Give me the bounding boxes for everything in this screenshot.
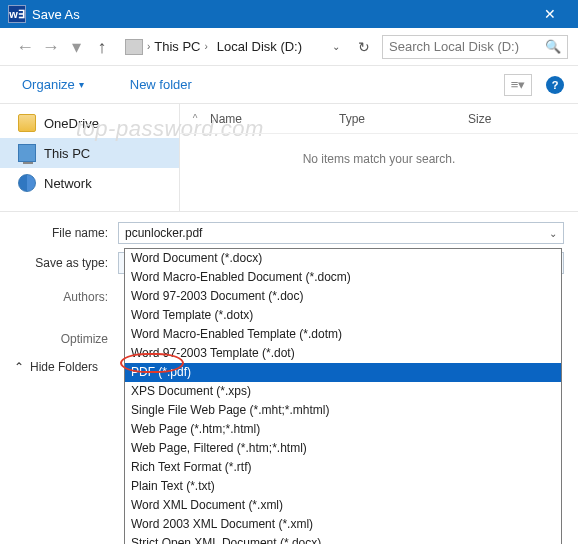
file-list: ^ Name Type Size No items match your sea… [180, 104, 578, 211]
help-button[interactable]: ? [546, 76, 564, 94]
file-type-option[interactable]: Plain Text (*.txt) [125, 477, 561, 496]
nav-arrows: ← → ▾ ↑ [14, 38, 113, 56]
file-type-option[interactable]: Word XML Document (*.xml) [125, 496, 561, 515]
breadcrumb-local-disk: Local Disk (D:) [217, 39, 302, 54]
word-app-icon: w∃ [8, 5, 26, 23]
filename-value: pcunlocker.pdf [125, 226, 202, 240]
sidebar-item-network[interactable]: Network [0, 168, 179, 198]
file-type-dropdown[interactable]: Word Document (*.docx)Word Macro-Enabled… [124, 248, 562, 544]
breadcrumb-sep-0: › [147, 41, 150, 52]
breadcrumb-current[interactable]: Local Disk (D:) ⌄ [212, 35, 345, 59]
address-bar: ← → ▾ ↑ › This PC › Local Disk (D:) ⌄ ↻ … [0, 28, 578, 66]
chevron-down-icon: ⌄ [549, 228, 557, 239]
forward-button[interactable]: → [40, 38, 62, 56]
refresh-button[interactable]: ↻ [358, 39, 370, 55]
new-folder-button[interactable]: New folder [122, 73, 200, 96]
search-input[interactable]: Search Local Disk (D:) 🔍 [382, 35, 568, 59]
filename-input[interactable]: pcunlocker.pdf ⌄ [118, 222, 564, 244]
column-name[interactable]: Name [210, 112, 339, 126]
file-type-option[interactable]: XPS Document (*.xps) [125, 382, 561, 401]
view-icon: ≡▾ [511, 77, 526, 92]
optimize-label: Optimize [14, 324, 118, 346]
breadcrumb-this-pc[interactable]: This PC [154, 39, 200, 54]
file-type-option[interactable]: PDF (*.pdf) [125, 363, 561, 382]
file-type-option[interactable]: Word 2003 XML Document (*.xml) [125, 515, 561, 534]
navigation-pane: OneDrive This PC Network [0, 104, 180, 211]
content-area: OneDrive This PC Network ^ Name Type Siz… [0, 104, 578, 212]
chevron-down-icon: ▾ [79, 79, 84, 90]
file-type-option[interactable]: Word 97-2003 Document (*.doc) [125, 287, 561, 306]
new-folder-label: New folder [130, 77, 192, 92]
title-bar: w∃ Save As ✕ [0, 0, 578, 28]
empty-message: No items match your search. [180, 134, 578, 166]
file-type-option[interactable]: Web Page (*.htm;*.html) [125, 420, 561, 439]
hide-folders-label: Hide Folders [30, 360, 98, 374]
organize-button[interactable]: Organize ▾ [14, 73, 92, 96]
sidebar-item-label: Network [44, 176, 92, 191]
network-icon [18, 174, 36, 192]
onedrive-icon [18, 114, 36, 132]
file-type-option[interactable]: Word Document (*.docx) [125, 249, 561, 268]
sidebar-item-label: This PC [44, 146, 90, 161]
file-type-option[interactable]: Strict Open XML Document (*.docx) [125, 534, 561, 544]
file-type-option[interactable]: Rich Text Format (*.rtf) [125, 458, 561, 477]
file-type-option[interactable]: Single File Web Page (*.mht;*.mhtml) [125, 401, 561, 420]
search-icon: 🔍 [545, 39, 561, 54]
sidebar-item-label: OneDrive [44, 116, 99, 131]
sidebar-item-this-pc[interactable]: This PC [0, 138, 179, 168]
view-options-button[interactable]: ≡▾ [504, 74, 532, 96]
save-as-type-label: Save as type: [14, 256, 118, 270]
back-button[interactable]: ← [14, 38, 36, 56]
sidebar-item-onedrive[interactable]: OneDrive [0, 108, 179, 138]
pc-icon [125, 39, 143, 55]
up-button[interactable]: ↑ [91, 38, 113, 56]
toolbar: Organize ▾ New folder ≡▾ ? [0, 66, 578, 104]
window-title: Save As [32, 7, 530, 22]
filename-label: File name: [14, 226, 118, 240]
breadcrumb-sep-1: › [204, 41, 207, 52]
chevron-down-icon: ⌄ [332, 41, 340, 52]
sort-chevron-icon[interactable]: ^ [180, 113, 210, 124]
recent-locations-button[interactable]: ▾ [65, 38, 87, 56]
authors-label: Authors: [14, 282, 118, 304]
chevron-up-icon: ⌃ [14, 360, 24, 374]
file-type-option[interactable]: Word Template (*.dotx) [125, 306, 561, 325]
file-list-header: ^ Name Type Size [180, 104, 578, 134]
file-type-option[interactable]: Web Page, Filtered (*.htm;*.html) [125, 439, 561, 458]
organize-label: Organize [22, 77, 75, 92]
column-type[interactable]: Type [339, 112, 468, 126]
search-placeholder: Search Local Disk (D:) [389, 39, 519, 54]
file-type-option[interactable]: Word Macro-Enabled Document (*.docm) [125, 268, 561, 287]
this-pc-icon [18, 144, 36, 162]
close-button[interactable]: ✕ [530, 6, 570, 22]
breadcrumb[interactable]: › This PC › Local Disk (D:) ⌄ [125, 35, 346, 59]
file-type-option[interactable]: Word Macro-Enabled Template (*.dotm) [125, 325, 561, 344]
file-type-option[interactable]: Word 97-2003 Template (*.dot) [125, 344, 561, 363]
column-size[interactable]: Size [468, 112, 578, 126]
